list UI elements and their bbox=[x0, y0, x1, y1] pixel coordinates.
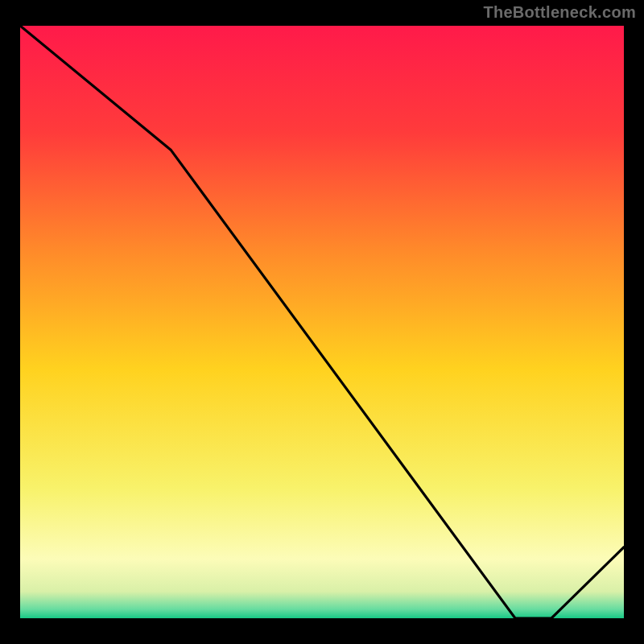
bottleneck-curve bbox=[20, 26, 624, 618]
watermark-label: TheBottleneck.com bbox=[483, 3, 636, 22]
plot-area bbox=[20, 26, 624, 618]
chart-stage: TheBottleneck.com bbox=[0, 0, 644, 644]
